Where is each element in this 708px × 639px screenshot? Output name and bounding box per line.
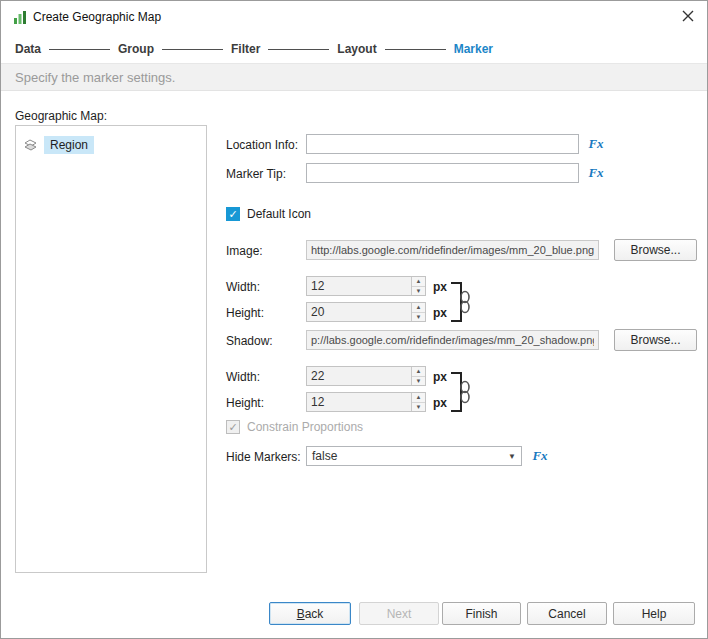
spin-up-icon[interactable]: ▲ bbox=[412, 303, 425, 313]
image-url-input[interactable] bbox=[306, 240, 599, 260]
spin-arrows: ▲ ▼ bbox=[411, 303, 425, 321]
image-width-spinner: ▲ ▼ bbox=[306, 276, 426, 296]
shadow-browse-button[interactable]: Browse... bbox=[614, 329, 697, 351]
tab-layout[interactable]: Layout bbox=[337, 42, 376, 56]
shadow-label: Shadow: bbox=[226, 334, 273, 348]
hide-markers-value: false bbox=[307, 449, 503, 463]
spin-down-icon[interactable]: ▼ bbox=[412, 287, 425, 296]
geographic-map-tree: Region bbox=[15, 125, 207, 573]
constrain-proportions-row: ✓ Constrain Proportions bbox=[226, 420, 363, 434]
image-height-input[interactable] bbox=[307, 303, 411, 321]
image-label: Image: bbox=[226, 244, 263, 258]
spin-arrows: ▲ ▼ bbox=[411, 393, 425, 411]
spin-arrows: ▲ ▼ bbox=[411, 277, 425, 295]
tree-item-label: Region bbox=[44, 136, 94, 154]
constrain-proportions-checkbox: ✓ bbox=[226, 420, 240, 434]
shadow-height-input[interactable] bbox=[307, 393, 411, 411]
hide-markers-formula-button[interactable]: Fx bbox=[530, 446, 550, 466]
title-bar: Create Geographic Map bbox=[1, 1, 707, 33]
hide-markers-select[interactable]: false ▼ bbox=[306, 446, 522, 466]
default-icon-row: ✓ Default Icon bbox=[226, 207, 311, 221]
region-layer-icon bbox=[24, 139, 40, 152]
image-height-label: Height: bbox=[226, 306, 264, 320]
hide-markers-label: Hide Markers: bbox=[226, 450, 301, 464]
shadow-width-label: Width: bbox=[226, 370, 260, 384]
image-width-unit: px bbox=[433, 280, 447, 294]
shadow-width-unit: px bbox=[433, 370, 447, 384]
step-separator bbox=[268, 49, 329, 50]
tree-item-region[interactable]: Region bbox=[24, 136, 206, 154]
wizard-steps: Data Group Filter Layout Marker bbox=[15, 42, 493, 56]
app-chart-icon bbox=[13, 10, 27, 24]
step-separator bbox=[385, 49, 446, 50]
constrain-proportions-label: Constrain Proportions bbox=[247, 420, 363, 434]
location-info-label: Location Info: bbox=[226, 138, 298, 152]
chevron-down-icon: ▼ bbox=[503, 452, 521, 461]
shadow-url-input[interactable] bbox=[306, 330, 599, 350]
tab-filter[interactable]: Filter bbox=[231, 42, 260, 56]
spin-down-icon[interactable]: ▼ bbox=[412, 403, 425, 412]
spin-up-icon[interactable]: ▲ bbox=[412, 367, 425, 377]
spin-down-icon[interactable]: ▼ bbox=[412, 377, 425, 386]
default-icon-label: Default Icon bbox=[247, 207, 311, 221]
marker-tip-formula-button[interactable]: Fx bbox=[586, 163, 606, 183]
image-width-label: Width: bbox=[226, 280, 260, 294]
shadow-height-label: Height: bbox=[226, 396, 264, 410]
back-button[interactable]: Back bbox=[269, 602, 351, 625]
spin-arrows: ▲ ▼ bbox=[411, 367, 425, 385]
tab-marker[interactable]: Marker bbox=[454, 42, 493, 56]
next-button[interactable]: Next bbox=[359, 602, 439, 625]
subtitle-text: Specify the marker settings. bbox=[15, 70, 175, 85]
step-separator bbox=[49, 49, 110, 50]
subtitle-band: Specify the marker settings. bbox=[1, 63, 707, 91]
image-width-input[interactable] bbox=[307, 277, 411, 295]
finish-button[interactable]: Finish bbox=[442, 602, 521, 625]
spin-up-icon[interactable]: ▲ bbox=[412, 393, 425, 403]
location-info-formula-button[interactable]: Fx bbox=[586, 134, 606, 154]
shadow-width-spinner: ▲ ▼ bbox=[306, 366, 426, 386]
tab-group[interactable]: Group bbox=[118, 42, 154, 56]
shadow-height-spinner: ▲ ▼ bbox=[306, 392, 426, 412]
step-separator bbox=[162, 49, 223, 50]
shadow-width-input[interactable] bbox=[307, 367, 411, 385]
help-button[interactable]: Help bbox=[613, 602, 695, 625]
geographic-map-label: Geographic Map: bbox=[15, 109, 107, 123]
shadow-size-link-icon bbox=[448, 371, 474, 413]
spin-down-icon[interactable]: ▼ bbox=[412, 313, 425, 322]
tab-data[interactable]: Data bbox=[15, 42, 41, 56]
marker-tip-label: Marker Tip: bbox=[226, 167, 286, 181]
window-title: Create Geographic Map bbox=[33, 10, 161, 24]
shadow-height-unit: px bbox=[433, 396, 447, 410]
create-geographic-map-dialog: Create Geographic Map Data Group Filter … bbox=[0, 0, 708, 639]
cancel-button[interactable]: Cancel bbox=[527, 602, 607, 625]
default-icon-checkbox[interactable]: ✓ bbox=[226, 207, 240, 221]
marker-tip-input[interactable] bbox=[306, 163, 579, 183]
image-height-spinner: ▲ ▼ bbox=[306, 302, 426, 322]
location-info-input[interactable] bbox=[306, 134, 579, 154]
image-browse-button[interactable]: Browse... bbox=[614, 239, 697, 261]
image-height-unit: px bbox=[433, 306, 447, 320]
image-size-link-icon bbox=[448, 281, 474, 323]
close-icon[interactable] bbox=[679, 8, 697, 26]
spin-up-icon[interactable]: ▲ bbox=[412, 277, 425, 287]
